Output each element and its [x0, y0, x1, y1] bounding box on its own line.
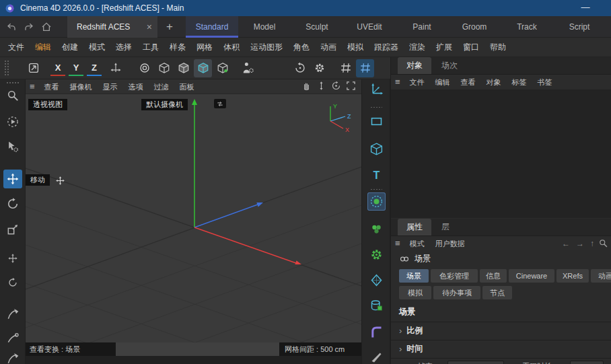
palette-grip[interactable]: [6, 81, 20, 85]
object-list[interactable]: [391, 90, 611, 218]
menu-item-spline[interactable]: 样条: [164, 38, 191, 57]
hamburger-icon[interactable]: ≡: [391, 236, 404, 251]
tb-lock-x-button[interactable]: X: [50, 60, 65, 76]
menu-item-file[interactable]: 文件: [3, 38, 30, 57]
tb-recent-tool-button[interactable]: [24, 59, 42, 77]
search-icon[interactable]: [598, 238, 608, 248]
effector-gear-button[interactable]: [367, 246, 386, 264]
tab-todo[interactable]: 待办事项: [433, 286, 480, 299]
knife-tool-button[interactable]: [367, 349, 386, 364]
hamburger-icon[interactable]: ≡: [391, 75, 404, 89]
group-scale[interactable]: › 比例: [391, 322, 611, 339]
menu-item-simulate[interactable]: 模拟: [342, 38, 369, 57]
view-name-label[interactable]: 透视视图: [28, 99, 67, 110]
tb-settings-gear-button[interactable]: [310, 59, 328, 77]
volume-builder-button[interactable]: [367, 297, 386, 315]
om-menu-file[interactable]: 文件: [404, 77, 430, 87]
bend-deformer-button[interactable]: [367, 323, 386, 341]
axis-rotate-button[interactable]: [3, 273, 22, 292]
menu-item-window[interactable]: 窗口: [458, 38, 484, 57]
vp-menu-panel[interactable]: 面板: [174, 79, 200, 94]
search-tool-button[interactable]: [3, 86, 22, 105]
tb-snap-button[interactable]: [356, 59, 374, 77]
layout-tab-model[interactable]: Model: [238, 16, 291, 38]
layout-tab-paint[interactable]: Paint: [396, 16, 448, 38]
tweak-mode-button[interactable]: [3, 137, 22, 156]
vp-menu-options[interactable]: 选项: [123, 79, 149, 94]
tab-scene[interactable]: 场景: [399, 269, 429, 283]
menu-item-mode[interactable]: 模式: [83, 38, 110, 57]
tab-color-management[interactable]: 色彩管理: [431, 269, 478, 283]
am-menu-userdata[interactable]: 用户数据: [430, 239, 470, 249]
new-document-button[interactable]: +: [160, 16, 179, 38]
hamburger-icon[interactable]: ≡: [26, 79, 39, 94]
tab-objects[interactable]: 对象: [398, 57, 431, 74]
axis-move-button[interactable]: [3, 249, 22, 268]
tb-grid-button[interactable]: [336, 59, 355, 77]
tab-xrefs[interactable]: XRefs: [556, 269, 589, 283]
cloner-button[interactable]: [367, 220, 386, 238]
vp-menu-view[interactable]: 查看: [39, 79, 65, 94]
menu-item-tracker[interactable]: 跟踪器: [369, 38, 404, 57]
toolbar-grip[interactable]: [4, 60, 9, 76]
menu-item-help[interactable]: 帮助: [484, 38, 511, 57]
tb-character-button[interactable]: [237, 59, 258, 77]
tab-layers[interactable]: 层: [433, 219, 458, 235]
menu-item-mograph[interactable]: 运动图形: [245, 38, 288, 57]
text-tool-button[interactable]: T: [367, 166, 386, 184]
camera-name-label[interactable]: 默认摄像机: [141, 99, 188, 110]
om-menu-objects[interactable]: 对象: [481, 77, 507, 87]
tb-ring-button[interactable]: [135, 59, 153, 77]
history-forward-button[interactable]: [20, 18, 38, 36]
dolly-icon[interactable]: [316, 81, 328, 92]
tb-reset-psr-button[interactable]: [291, 59, 309, 77]
camera-swap-icon[interactable]: [214, 99, 226, 108]
menu-item-mesh[interactable]: 网格: [191, 38, 218, 57]
menu-item-tools[interactable]: 工具: [137, 38, 164, 57]
layout-tab-sculpt[interactable]: Sculpt: [291, 16, 343, 38]
vp-menu-cameras[interactable]: 摄像机: [65, 79, 98, 94]
tab-info[interactable]: 信息: [480, 269, 507, 283]
chevron-right-icon[interactable]: ›: [399, 326, 402, 336]
layout-tab-script[interactable]: Script: [553, 16, 606, 38]
minimize-button[interactable]: —: [571, 0, 600, 16]
pen-extra-button[interactable]: [3, 349, 22, 364]
maximize-view-icon[interactable]: [346, 81, 357, 92]
tab-takes[interactable]: 场次: [433, 57, 466, 74]
layout-tab-uvedit[interactable]: UVEdit: [343, 16, 396, 38]
tab-animation[interactable]: 动画: [591, 269, 611, 283]
document-tab[interactable]: Redshift ACES ×: [67, 16, 157, 38]
spline-pen-button[interactable]: [3, 305, 22, 324]
menu-item-edit[interactable]: 编辑: [30, 38, 57, 57]
menu-item-render[interactable]: 渲染: [404, 38, 431, 57]
scale-tool-button[interactable]: [3, 220, 22, 239]
menu-item-character[interactable]: 角色: [288, 38, 315, 57]
history-back-button[interactable]: [3, 18, 20, 36]
move-tool-button[interactable]: [3, 170, 22, 188]
group-time[interactable]: › 时间: [391, 340, 611, 357]
vp-menu-display[interactable]: 显示: [98, 79, 123, 94]
fps-field-value[interactable]: 30 ▾: [447, 361, 504, 364]
om-menu-edit[interactable]: 编辑: [430, 77, 456, 87]
forward-arrow-icon[interactable]: →: [576, 239, 584, 248]
menu-item-volume[interactable]: 体积: [218, 38, 245, 57]
vp-menu-filter[interactable]: 过滤: [149, 79, 174, 94]
tb-cube-wire-button[interactable]: [155, 59, 173, 77]
cube-primitive-button[interactable]: [367, 140, 386, 158]
pan-hand-icon[interactable]: [301, 81, 313, 92]
tb-cube-highlight-button[interactable]: [194, 59, 212, 77]
am-menu-mode[interactable]: 模式: [404, 239, 430, 249]
tb-coordinate-system-button[interactable]: [106, 59, 124, 77]
menu-item-select[interactable]: 选择: [110, 38, 137, 57]
tab-attributes[interactable]: 属性: [398, 219, 431, 235]
generator-button[interactable]: [367, 192, 386, 211]
menu-item-extensions[interactable]: 扩展: [431, 38, 458, 57]
rotate-tool-button[interactable]: [3, 194, 22, 213]
back-arrow-icon[interactable]: ←: [562, 239, 570, 248]
layout-tab-groom[interactable]: Groom: [448, 16, 501, 38]
tb-lock-y-button[interactable]: Y: [69, 60, 83, 76]
tb-cube-extra-button[interactable]: [213, 59, 231, 77]
viewport[interactable]: ≡ 查看 摄像机 显示 选项 过滤 面板: [26, 79, 361, 364]
live-selection-button[interactable]: [3, 112, 22, 131]
layout-tab-standard[interactable]: Standard: [186, 16, 238, 38]
